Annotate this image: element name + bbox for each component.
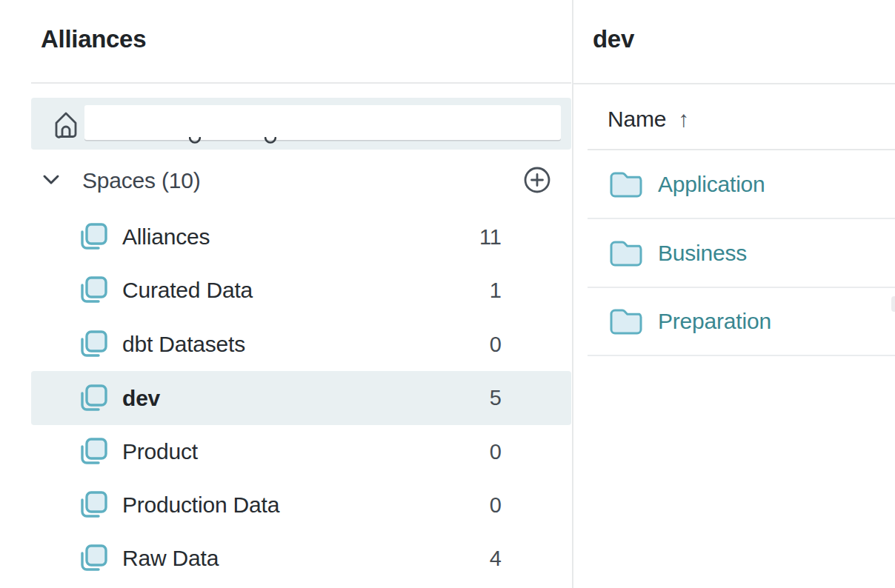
sidebar-item-dev[interactable]: dev 5 bbox=[31, 371, 571, 425]
add-space-button[interactable] bbox=[523, 166, 551, 194]
space-count: 5 bbox=[490, 386, 502, 410]
sidebar: Alliances Spaces (10) bbox=[0, 0, 572, 588]
divider bbox=[573, 83, 895, 84]
home-icon bbox=[52, 110, 80, 141]
folder-icon bbox=[609, 239, 643, 267]
redacted-label-overlay bbox=[84, 105, 561, 140]
folder-row-preparation[interactable]: Preparation bbox=[588, 287, 895, 356]
space-icon bbox=[75, 273, 109, 307]
sidebar-item-raw-data[interactable]: Raw Data 4 bbox=[31, 532, 571, 585]
column-header-label: Name bbox=[608, 107, 666, 132]
space-label: Product bbox=[122, 439, 198, 464]
space-count: 0 bbox=[490, 440, 502, 464]
column-header-name[interactable]: Name ↑ bbox=[608, 106, 689, 133]
folder-link[interactable]: Preparation bbox=[658, 309, 771, 334]
spaces-list: Alliances 11 Curated Data 1 dbt Datasets… bbox=[0, 0, 572, 588]
spaces-section-label[interactable]: Spaces (10) bbox=[82, 168, 201, 193]
space-label: Alliances bbox=[122, 224, 210, 250]
sidebar-title: Alliances bbox=[41, 24, 146, 54]
folder-link[interactable]: Business bbox=[658, 241, 747, 266]
space-label: Raw Data bbox=[122, 546, 219, 571]
sidebar-item-production-data[interactable]: Production Data 0 bbox=[31, 478, 571, 532]
home-row[interactable] bbox=[31, 98, 571, 150]
space-label: Production Data bbox=[122, 492, 279, 518]
space-icon bbox=[75, 220, 109, 254]
sidebar-item-product[interactable]: Product 0 bbox=[31, 425, 571, 478]
sidebar-item-dbt-datasets[interactable]: dbt Datasets 0 bbox=[31, 318, 571, 371]
obscured-text-descender bbox=[264, 134, 276, 142]
space-label: dbt Datasets bbox=[122, 332, 245, 357]
space-label: dev bbox=[122, 386, 160, 411]
sort-ascending-icon: ↑ bbox=[678, 107, 689, 132]
plus-circle-icon bbox=[523, 166, 551, 194]
folder-row-application[interactable]: Application bbox=[588, 150, 895, 219]
app-root: Alliances Spaces (10) bbox=[0, 0, 895, 588]
space-count: 0 bbox=[490, 333, 502, 357]
obscured-text-descender bbox=[189, 134, 201, 142]
main-panel: dev Name ↑ Application Business Preparat… bbox=[573, 0, 895, 588]
space-label: Curated Data bbox=[122, 278, 253, 303]
space-icon bbox=[75, 541, 109, 575]
spaces-section-header: Spaces (10) bbox=[31, 164, 571, 196]
chevron-down-icon[interactable] bbox=[42, 174, 60, 186]
cut-off-element bbox=[891, 296, 895, 312]
space-count: 1 bbox=[490, 278, 502, 303]
divider bbox=[31, 82, 571, 84]
space-icon bbox=[75, 327, 109, 361]
folder-row-business[interactable]: Business bbox=[588, 219, 895, 288]
folder-icon bbox=[609, 170, 643, 198]
sidebar-item-alliances[interactable]: Alliances 11 bbox=[31, 210, 571, 264]
sidebar-item-curated-data[interactable]: Curated Data 1 bbox=[31, 264, 571, 317]
space-icon bbox=[75, 435, 109, 469]
space-count: 0 bbox=[490, 493, 502, 518]
space-count: 11 bbox=[479, 225, 502, 250]
space-icon bbox=[75, 488, 109, 522]
space-count: 4 bbox=[490, 547, 502, 571]
folder-link[interactable]: Application bbox=[658, 172, 765, 197]
space-icon bbox=[75, 381, 109, 415]
page-title: dev bbox=[593, 24, 634, 54]
folder-icon bbox=[609, 307, 643, 335]
